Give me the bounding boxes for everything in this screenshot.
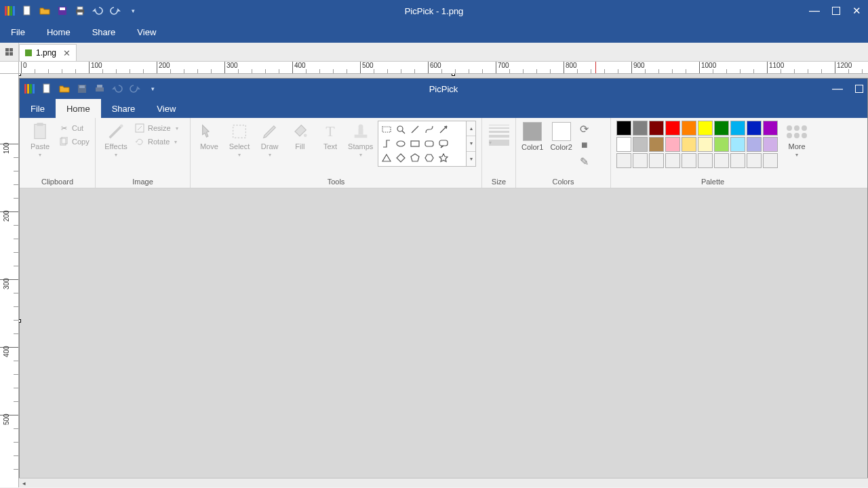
inner-save-icon — [77, 83, 87, 94]
redo-icon[interactable] — [110, 5, 121, 16]
svg-rect-25 — [411, 141, 419, 146]
more-colors-button: More▾ — [785, 121, 809, 158]
svg-rect-12 — [37, 123, 43, 126]
palette-swatch — [730, 153, 745, 168]
shape-triangle-icon — [380, 152, 393, 164]
shape-line-icon — [409, 123, 421, 136]
svg-rect-10 — [97, 85, 102, 87]
canvas-viewport[interactable]: ▾ PicPick — File Home Share View — [19, 74, 868, 487]
inner-open-file-icon — [59, 83, 70, 94]
open-file-icon[interactable] — [39, 5, 50, 16]
qat-customize-icon[interactable]: ▾ — [127, 5, 138, 16]
shape-star-icon — [437, 152, 450, 164]
close-tab-icon[interactable]: ✕ — [63, 48, 71, 58]
inner-titlebar: ▾ PicPick — — [20, 79, 867, 99]
effects-button: Effects▾ — [101, 121, 131, 158]
palette-swatch — [616, 121, 631, 136]
menu-file[interactable]: File — [0, 22, 36, 43]
document-tab[interactable]: 1.png ✕ — [19, 44, 77, 61]
svg-point-15 — [120, 125, 123, 128]
svg-point-24 — [397, 141, 405, 146]
palette-swatch — [633, 137, 648, 152]
svg-rect-22 — [382, 127, 391, 132]
palette-swatch — [649, 121, 664, 136]
horizontal-scrollbar[interactable]: ◂ — [19, 478, 868, 487]
swap-colors-icon: ⟳ — [579, 123, 590, 134]
scissors-icon: ✂ — [59, 123, 68, 133]
menu-view[interactable]: View — [126, 22, 167, 43]
inner-menu-share: Share — [101, 99, 146, 118]
resize-button: Resize▾ — [135, 123, 178, 133]
filetype-swatch-icon — [25, 49, 32, 56]
inner-app-window: ▾ PicPick — File Home Share View — [19, 78, 868, 481]
inner-redo-icon — [130, 83, 140, 94]
menu-share[interactable]: Share — [81, 22, 127, 43]
selection-handle-w[interactable] — [19, 319, 21, 323]
shape-arrow-icon — [437, 123, 450, 136]
wand-icon — [106, 122, 125, 141]
svg-rect-11 — [35, 125, 45, 139]
shape-connector-icon — [380, 138, 393, 150]
menu-home[interactable]: Home — [36, 22, 81, 43]
inner-undo-icon — [112, 83, 123, 94]
selection-handle-nw[interactable] — [19, 74, 21, 76]
palette-swatch — [633, 121, 648, 136]
resize-icon — [135, 123, 144, 133]
rotate-icon — [135, 137, 144, 146]
inner-print-icon — [94, 83, 105, 94]
palette-swatch — [616, 137, 631, 152]
svg-rect-8 — [79, 85, 85, 88]
shape-diamond-icon — [395, 152, 407, 164]
inner-qat-customize-icon: ▾ — [147, 83, 158, 94]
svg-rect-5 — [77, 12, 83, 15]
print-icon[interactable] — [75, 5, 85, 16]
titlebar: ▾ PicPick - 1.png — ✕ — [0, 0, 868, 22]
horizontal-ruler[interactable]: 0100200300400500600700800900100011001200 — [19, 62, 868, 74]
save-icon[interactable] — [57, 5, 68, 16]
minimize-button[interactable]: — — [809, 5, 820, 17]
group-clipboard-label: Clipboard — [25, 176, 90, 188]
app-logo-icon — [4, 5, 15, 16]
shapes-gallery-scroll: ▴▾▾ — [467, 121, 476, 167]
maximize-button[interactable] — [832, 7, 840, 15]
paste-icon — [31, 122, 50, 141]
group-tools-label: Tools — [196, 176, 476, 188]
stamps-tool-button: Stamps▾ — [347, 121, 374, 158]
inner-menubar: File Home Share View — [20, 99, 867, 118]
palette-swatch — [730, 121, 745, 136]
svg-rect-17 — [233, 125, 246, 138]
inner-new-file-icon — [41, 83, 52, 94]
shape-roundrect-icon — [423, 138, 435, 150]
shape-magnify-icon — [395, 123, 407, 136]
new-file-icon[interactable] — [22, 5, 33, 16]
scroll-left-icon[interactable]: ◂ — [19, 480, 28, 487]
inner-menu-view: View — [146, 99, 186, 118]
svg-rect-2 — [60, 7, 65, 10]
palette-swatch — [698, 121, 713, 136]
svg-point-18 — [304, 134, 307, 138]
move-tool-button: Move — [196, 121, 222, 150]
selection-handle-n[interactable] — [452, 74, 455, 76]
palette-swatch — [714, 121, 729, 136]
document-tab-label: 1.png — [36, 48, 56, 58]
inner-app-logo-icon — [24, 83, 35, 94]
palette-swatch — [682, 121, 696, 136]
move-icon — [199, 122, 218, 141]
tab-thumbnails-button[interactable] — [0, 43, 19, 61]
close-button[interactable]: ✕ — [852, 5, 861, 17]
vertical-ruler[interactable]: 100200300400500 — [0, 74, 19, 487]
window-title: PicPick - 1.png — [405, 6, 464, 16]
document-tabstrip: 1.png ✕ — [0, 43, 868, 62]
fill-tool-button: Fill — [287, 121, 313, 150]
group-size-label: Size — [488, 176, 510, 188]
select-icon — [230, 122, 249, 141]
shape-curve-icon — [423, 123, 435, 136]
color2-button: Color2 — [550, 122, 572, 151]
undo-icon[interactable] — [92, 5, 103, 16]
paste-button: Paste▾ — [25, 121, 55, 158]
shape-hexagon-icon — [423, 152, 435, 164]
svg-rect-6 — [43, 84, 50, 93]
pencil-icon — [260, 122, 279, 141]
group-image-label: Image — [101, 176, 184, 188]
palette-swatch — [616, 153, 631, 168]
